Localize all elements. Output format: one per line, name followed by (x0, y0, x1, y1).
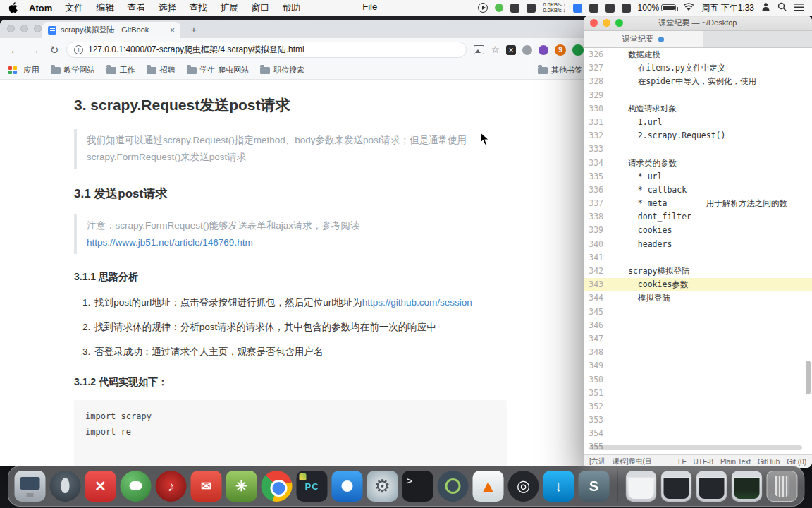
tab-close-icon[interactable]: × (170, 25, 175, 35)
editor-line[interactable]: 348 (584, 346, 812, 359)
status-icon-2[interactable] (527, 4, 536, 13)
editor-line[interactable]: 334请求类的参数 (584, 157, 812, 170)
play-status-icon[interactable] (478, 3, 488, 13)
status-icon-3[interactable] (589, 4, 598, 13)
browser-tab[interactable]: scrapy模拟登陆 · GitBook × (42, 22, 180, 38)
minimized-window-thumbnail[interactable] (626, 471, 657, 502)
editor-line[interactable]: 341 (584, 251, 812, 265)
bookmark-folder[interactable]: 教学网站 (51, 65, 95, 75)
editor-line[interactable]: 328 在spider中导入，实例化，使用 (584, 75, 812, 88)
display-app-icon[interactable] (15, 471, 46, 502)
extension-icon-dark[interactable]: ✕ (506, 45, 516, 55)
address-bar[interactable]: 127.0.0.1:4000/07-scrapy爬虫框架/4.scrapy模拟登… (66, 42, 467, 58)
close-window-button[interactable] (590, 19, 598, 27)
green-messenger-app-icon[interactable] (121, 471, 152, 502)
notification-center-icon[interactable] (794, 3, 804, 13)
minimized-window-thumbnail[interactable] (732, 471, 763, 502)
menubar-menu-item[interactable]: 编辑 (96, 1, 114, 14)
new-tab-button[interactable]: + (187, 23, 200, 35)
editor-line[interactable]: 353 (584, 413, 812, 427)
trash-icon[interactable] (767, 471, 798, 502)
editor-line[interactable]: 345 (584, 306, 812, 319)
bookmark-folder[interactable]: 招聘 (147, 65, 176, 75)
editor-line[interactable]: 343 cookies参数 (584, 278, 812, 291)
editor-line[interactable]: 349 (584, 359, 812, 373)
minimized-window-thumbnail[interactable] (661, 471, 692, 502)
network-speed-indicator[interactable]: 0.0KB/s ↑ 0.0KB/s ↓ (543, 2, 565, 13)
bookmark-folder[interactable]: 学生-爬虫网站 (187, 65, 250, 75)
wifi-icon[interactable] (683, 3, 694, 13)
other-bookmarks[interactable]: 其他书签 (538, 65, 582, 75)
blue-app-icon[interactable] (332, 471, 363, 502)
window-traffic-lights-inactive[interactable] (7, 25, 42, 32)
minimize-window-button[interactable] (603, 19, 610, 27)
menubar-menu-item[interactable]: 帮助 (282, 1, 300, 14)
editor-line[interactable]: 354 (584, 427, 812, 440)
status-item[interactable]: LF (678, 458, 687, 466)
green-notes-app-icon[interactable]: ✳ (226, 471, 257, 502)
status-item[interactable]: UTF-8 (694, 458, 713, 466)
extension-icon-gray[interactable] (522, 45, 532, 55)
s-app-icon[interactable]: S (579, 471, 610, 502)
editor-line[interactable]: 350 (584, 373, 812, 387)
status-icon-1[interactable] (510, 4, 519, 13)
launchpad-icon[interactable] (50, 471, 81, 502)
profile-avatar[interactable] (572, 44, 584, 56)
download-app-icon[interactable]: ↓ (543, 471, 574, 502)
green-status-icon[interactable] (495, 4, 503, 12)
bookmark-folder[interactable]: 工作 (106, 65, 135, 75)
status-file-path[interactable]: [六进一课程]爬虫(目 (589, 456, 678, 466)
menubar-menu-item[interactable]: 窗口 (251, 1, 269, 14)
atom-app-icon[interactable] (438, 471, 469, 502)
window-traffic-lights[interactable] (590, 19, 623, 27)
inline-link[interactable]: https://github.com/session (362, 297, 472, 308)
bookmark-apps[interactable]: 应用 (8, 65, 39, 75)
music-app-icon[interactable]: ♪ (156, 471, 187, 502)
editor-tab[interactable]: 课堂纪要 (584, 31, 703, 47)
editor-line[interactable]: 336 * callback (584, 183, 812, 197)
editor-line[interactable]: 347 (584, 332, 812, 346)
editor-line[interactable]: 338 dont_filter (584, 210, 812, 224)
bookmark-folder[interactable]: 职位搜索 (260, 65, 304, 75)
editor-line[interactable]: 339 cookies (584, 224, 812, 237)
bookmark-star-icon[interactable]: ☆ (491, 45, 500, 54)
spotlight-search-icon[interactable] (777, 2, 787, 13)
editor-line[interactable]: 340 headers (584, 238, 812, 251)
editor-line[interactable]: 330构造请求对象 (584, 102, 812, 116)
editor-line[interactable]: 346 (584, 319, 812, 332)
menubar-menu-item[interactable]: 文件 (65, 1, 83, 14)
status-item[interactable]: Plain Text (720, 458, 751, 466)
editor-line[interactable]: 335 * url (584, 170, 812, 183)
horizontal-scrollbar-thumb[interactable] (589, 445, 802, 450)
menubar-menu-item[interactable]: File (362, 1, 377, 14)
status-item[interactable]: GitHub (758, 458, 780, 466)
menubar-menu-item[interactable]: 查看 (127, 1, 145, 14)
menubar-menu-item[interactable]: 查找 (189, 1, 207, 14)
editor-line[interactable]: 329 (584, 89, 812, 102)
menubar-menu-item[interactable]: 扩展 (220, 1, 238, 14)
menubar-app-name[interactable]: Atom (29, 3, 52, 13)
editor-line[interactable]: 342scrapy模拟登陆 (584, 265, 812, 278)
mail-app-icon[interactable]: ✉ (191, 471, 222, 502)
reload-button[interactable]: ↻ (47, 44, 62, 56)
vertical-scrollbar-thumb[interactable] (806, 361, 811, 394)
editor-line[interactable]: 344 模拟登陆 (584, 291, 812, 305)
red-x-app-icon[interactable]: ✕ (85, 471, 116, 502)
terminal-icon[interactable]: >_ (402, 471, 433, 502)
editor-line[interactable]: 327 在items.py文件中定义 (584, 61, 812, 75)
back-button[interactable]: ← (7, 44, 23, 56)
chrome-icon[interactable] (262, 471, 293, 502)
user-icon[interactable] (761, 2, 770, 13)
apple-menu-icon[interactable] (8, 2, 18, 13)
extension-badge[interactable]: 9 (555, 44, 566, 56)
blue-status-icon[interactable] (573, 4, 582, 13)
grid-status-icon[interactable] (605, 4, 615, 13)
editor-line[interactable]: 326数据建模 (584, 48, 812, 61)
vlc-icon[interactable]: ▲ (473, 471, 504, 502)
menubar-menu-item[interactable]: 选择 (158, 1, 176, 14)
reference-link[interactable]: https://www.jb51.net/article/146769.htm (87, 237, 253, 248)
system-preferences-icon[interactable]: ⚙ (367, 471, 398, 502)
editor-line[interactable]: 333 (584, 143, 812, 156)
status-item[interactable]: Git (0) (787, 458, 806, 466)
atom-title-bar[interactable]: 课堂纪要 — ~/Desktop (584, 16, 812, 31)
